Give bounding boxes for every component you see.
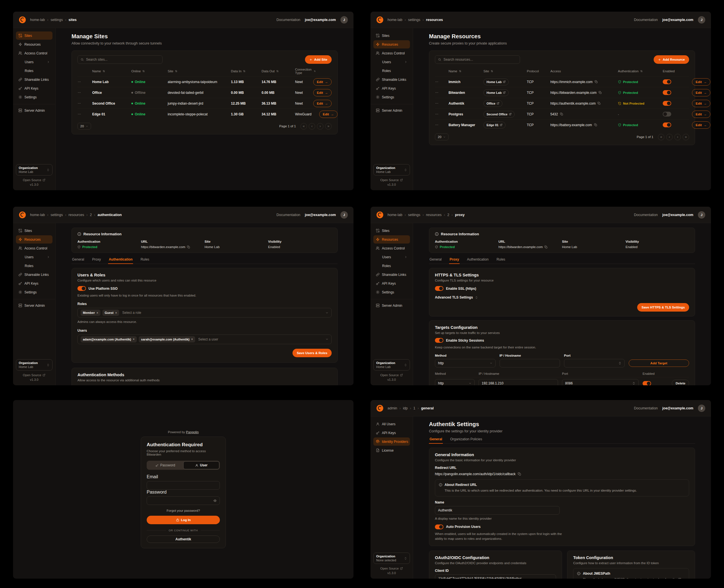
table-row[interactable]: Home Lab Online alarming-ambystoma-talpo… xyxy=(77,76,331,87)
sidebar-item[interactable]: Sites xyxy=(373,31,410,40)
open-source-link[interactable]: Open Source xyxy=(23,178,46,182)
user-chip[interactable]: adam@example.com (Authentik)× xyxy=(81,336,137,342)
edit-button[interactable]: Edit→ xyxy=(313,78,331,86)
breadcrumb-item[interactable]: 2 xyxy=(90,213,92,217)
ip-hostname-input[interactable] xyxy=(500,359,560,368)
row-menu-icon[interactable] xyxy=(435,112,439,116)
avatar[interactable]: J xyxy=(340,16,348,23)
breadcrumb-item[interactable]: settings xyxy=(51,18,63,22)
table-row[interactable]: Edge 01 Online incomplete-steppe-polecat… xyxy=(77,109,331,119)
login-button[interactable]: Log In xyxy=(147,516,220,524)
sidebar-item[interactable]: API Keys xyxy=(16,279,53,288)
column-header[interactable]: Site xyxy=(483,69,525,73)
authentik-sso-button[interactable]: Authentik xyxy=(147,536,220,543)
tab[interactable]: General xyxy=(429,437,443,443)
page-size-select[interactable]: 20 xyxy=(77,123,91,130)
row-menu-icon[interactable] xyxy=(435,91,439,94)
copy-icon[interactable] xyxy=(595,80,598,83)
breadcrumb-item[interactable]: sites xyxy=(69,18,77,22)
sidebar-item[interactable]: Sites xyxy=(373,227,410,235)
tab[interactable]: General xyxy=(72,257,85,264)
tab[interactable]: Authentication xyxy=(466,257,489,264)
breadcrumb-item[interactable]: resources xyxy=(69,213,84,217)
client-id-input[interactable] xyxy=(435,574,556,579)
roles-multiselect[interactable]: Member×Guest×Select a role xyxy=(77,308,331,317)
column-header[interactable]: Authentication xyxy=(618,69,661,73)
target-ip-input[interactable] xyxy=(479,379,558,385)
edit-button[interactable]: Edit→ xyxy=(313,89,331,97)
target-method-select[interactable]: http xyxy=(435,379,475,385)
breadcrumb-item[interactable]: settings xyxy=(408,18,420,22)
page-size-select[interactable]: 20 xyxy=(435,133,448,140)
row-menu-icon[interactable] xyxy=(435,102,439,105)
site-link[interactable]: Second Office xyxy=(483,111,515,118)
last-page-button[interactable]: » xyxy=(683,134,689,140)
enabled-toggle[interactable] xyxy=(663,90,671,95)
sidebar-item[interactable]: Resources xyxy=(16,40,53,48)
breadcrumb-item[interactable]: home-lab xyxy=(387,213,402,217)
remove-chip-icon[interactable]: × xyxy=(133,338,135,341)
open-source-link[interactable]: Open Source xyxy=(380,567,403,570)
sidebar-item[interactable]: Users xyxy=(16,253,53,261)
breadcrumb-item[interactable]: admin xyxy=(387,406,397,410)
edit-button[interactable]: Edit→ xyxy=(313,100,331,107)
sidebar-item[interactable]: License xyxy=(373,446,410,455)
organization-selector[interactable]: OrganizationNone selected xyxy=(373,552,410,564)
documentation-link[interactable]: Documentation xyxy=(276,213,300,217)
remove-chip-icon[interactable]: × xyxy=(191,338,193,341)
sidebar-item[interactable]: Users xyxy=(16,58,53,66)
organization-selector[interactable]: OrganizationHome Lab xyxy=(16,359,53,371)
site-link[interactable]: Home Lab xyxy=(483,79,509,85)
breadcrumb-item[interactable]: settings xyxy=(408,213,420,217)
sticky-sessions-toggle[interactable] xyxy=(435,338,443,343)
prev-page-button[interactable]: ‹ xyxy=(309,123,315,130)
save-https-tls-button[interactable]: Save HTTPS & TLS Settings xyxy=(637,303,689,312)
search-input[interactable] xyxy=(77,55,163,64)
sidebar-item[interactable]: Shareable Links xyxy=(373,76,410,84)
sidebar-item[interactable]: Access Control xyxy=(373,49,410,57)
next-page-button[interactable]: › xyxy=(675,134,681,140)
eye-icon[interactable] xyxy=(213,499,217,502)
avatar[interactable]: J xyxy=(340,211,348,218)
table-row[interactable]: Office Offline devoted-fat-tailed-gerbil… xyxy=(77,87,331,98)
sidebar-item[interactable]: API Keys xyxy=(373,84,410,92)
breadcrumb-item[interactable]: settings xyxy=(51,213,63,217)
row-menu-icon[interactable] xyxy=(435,123,439,127)
documentation-link[interactable]: Documentation xyxy=(276,18,300,22)
target-port-input[interactable] xyxy=(562,379,639,385)
column-header[interactable]: Data Out xyxy=(262,69,293,73)
sidebar-item[interactable]: Roles xyxy=(16,67,53,75)
user-email[interactable]: joe@example.com xyxy=(305,18,336,22)
sidebar-item[interactable]: Server Admin xyxy=(16,106,53,114)
edit-button[interactable]: Edit→ xyxy=(319,110,338,118)
user-email[interactable]: joe@example.com xyxy=(662,213,693,217)
table-row[interactable]: Postgres Second Office TCP 5432 - Edit→ xyxy=(435,109,689,119)
prev-page-button[interactable]: ‹ xyxy=(666,134,673,140)
enabled-toggle[interactable] xyxy=(663,101,671,106)
remove-chip-icon[interactable]: × xyxy=(97,311,98,314)
open-source-link[interactable]: Open Source xyxy=(380,373,403,377)
sidebar-item[interactable]: Shareable Links xyxy=(16,271,53,279)
password-field[interactable] xyxy=(147,497,220,505)
sidebar-item[interactable]: Resources xyxy=(373,40,410,48)
avatar[interactable]: J xyxy=(698,404,705,412)
target-enabled-toggle[interactable] xyxy=(643,381,651,385)
role-chip[interactable]: Guest× xyxy=(102,310,119,316)
column-header[interactable]: Online xyxy=(132,69,165,73)
open-source-link[interactable]: Open Source xyxy=(23,373,46,377)
tab[interactable]: Organization Policies xyxy=(450,437,483,443)
edit-button[interactable]: Edit→ xyxy=(692,100,710,107)
next-page-button[interactable]: › xyxy=(317,123,323,130)
site-link[interactable]: Home Lab xyxy=(483,89,509,96)
breadcrumb-item[interactable]: resources xyxy=(426,213,442,217)
sidebar-item[interactable]: Settings xyxy=(16,93,53,101)
sidebar-item[interactable]: Settings xyxy=(373,93,410,101)
tab[interactable]: Authentication xyxy=(108,257,133,264)
sidebar-item[interactable]: Settings xyxy=(373,288,410,296)
email-field[interactable] xyxy=(147,481,220,490)
breadcrumb-item[interactable]: authentication xyxy=(98,213,122,217)
sidebar-item[interactable]: Sites xyxy=(16,31,53,40)
enabled-toggle[interactable] xyxy=(663,123,671,127)
copy-icon[interactable] xyxy=(560,112,563,116)
first-page-button[interactable]: « xyxy=(300,123,307,130)
